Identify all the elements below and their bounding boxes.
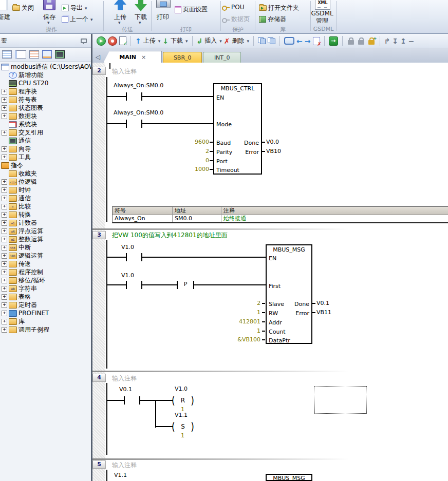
expand-toggle-icon[interactable]: + <box>2 130 7 136</box>
expand-toggle-icon[interactable]: + <box>2 319 7 324</box>
pou-button[interactable]: POU <box>222 4 244 11</box>
pou-cascade-icon[interactable] <box>258 37 266 44</box>
new-button[interactable]: 新建 <box>0 13 13 22</box>
output-operand[interactable]: VB10 <box>266 148 281 155</box>
tree-item[interactable]: + 数据块 <box>0 112 91 120</box>
lock-icon[interactable] <box>348 40 354 45</box>
pin-icon[interactable] <box>81 39 87 43</box>
tree-item[interactable]: + 位逻辑 <box>0 178 91 186</box>
gsdml-manage-button[interactable]: GSDML <box>310 10 334 17</box>
tree-item[interactable]: 收藏夹 <box>0 169 91 178</box>
expand-toggle-icon[interactable]: + <box>2 286 7 292</box>
tree-item[interactable]: + 移位/循环 <box>0 276 91 284</box>
run-button[interactable]: ▶ <box>97 36 106 46</box>
next-bookmark-icon[interactable]: → <box>305 37 311 45</box>
tree-item[interactable]: + 符号表 <box>0 95 91 104</box>
tree-item[interactable]: modbus通信 (C:\Users\AOWID\ <box>0 63 91 71</box>
output-operand[interactable]: VB11 <box>316 309 331 316</box>
stop-button[interactable] <box>108 36 117 46</box>
network-2-number[interactable]: 2 <box>92 67 106 75</box>
document-view-icon[interactable] <box>15 50 26 59</box>
tree-item[interactable]: + 表格 <box>0 293 91 301</box>
tab-int0[interactable]: INT_0 <box>203 52 241 63</box>
tree-item[interactable]: + 转换 <box>0 210 91 219</box>
expand-toggle-icon[interactable]: + <box>2 261 7 267</box>
param-value[interactable]: 1000 <box>175 166 209 173</box>
data-page-button[interactable]: 数据页 <box>222 15 250 24</box>
expand-toggle-icon[interactable]: + <box>2 97 7 103</box>
download-dropdown[interactable]: ▾ <box>138 20 141 25</box>
save-dropdown[interactable]: ▾ <box>47 20 50 25</box>
network-4-number[interactable]: 4 <box>92 374 106 382</box>
status-chart-view-icon[interactable] <box>29 50 39 59</box>
param-value[interactable]: 9600 <box>175 139 209 146</box>
contact-bar[interactable] <box>126 253 127 261</box>
download-arrow-icon[interactable]: ↓ <box>162 37 169 45</box>
param-value[interactable]: 1 <box>206 309 260 316</box>
tree-item[interactable]: + 时钟 <box>0 186 91 194</box>
mbus-msg-block-partial[interactable]: MBUS_MSG <box>266 474 312 481</box>
tree-item[interactable]: 指令 <box>0 161 91 169</box>
expand-toggle-icon[interactable]: + <box>2 237 7 242</box>
tree-item[interactable]: + 中断 <box>0 243 91 252</box>
contact-bar[interactable] <box>126 281 127 289</box>
insert-icon[interactable]: ↲ <box>197 37 203 45</box>
unlock-icon[interactable] <box>358 40 364 45</box>
expand-toggle-icon[interactable]: + <box>2 327 7 333</box>
tree-item[interactable]: + PROFINET <box>0 309 91 317</box>
expand-toggle-icon[interactable]: + <box>2 220 7 226</box>
tree-item[interactable]: CPU ST20 <box>0 79 91 87</box>
tree-item[interactable]: + 状态图表 <box>0 104 91 112</box>
previous-bookmark-icon[interactable]: ← <box>296 37 303 45</box>
toolbar-delete-label[interactable]: 删除 <box>232 36 245 45</box>
tree-item[interactable]: + 程序控制 <box>0 268 91 276</box>
upload-arrow-icon[interactable]: ↑ <box>135 37 141 45</box>
horizontal-line-icon[interactable]: − <box>408 37 415 45</box>
expand-toggle-icon[interactable]: + <box>2 187 7 193</box>
close-button[interactable]: 关闭 <box>12 4 34 12</box>
network-3-number[interactable]: 3 <box>92 231 106 239</box>
tree-item[interactable]: + 程序块 <box>0 87 91 95</box>
save-icon[interactable] <box>43 0 55 10</box>
contact-bar[interactable] <box>126 120 127 128</box>
chevron-down-icon[interactable]: ▾ <box>185 39 188 44</box>
mbus-ctrl-block[interactable]: MBUS_CTRL EN Mode Baud Parity Port Timeo… <box>213 83 262 175</box>
chevron-down-icon[interactable]: ▾ <box>219 39 222 44</box>
tree-item[interactable]: + 整数运算 <box>0 235 91 243</box>
lock-add-icon[interactable]: + <box>368 40 375 45</box>
symbol-table-row[interactable]: Always_On SM0.0 始终接通 <box>113 215 448 222</box>
upload-big-icon[interactable] <box>114 0 126 11</box>
tab-scroll-left[interactable]: ◁ <box>96 53 100 61</box>
clear-bookmarks-icon[interactable]: ✗ <box>313 37 320 45</box>
mbus-msg-block[interactable]: MBUS_MSG EN First Slave RW Addr Count Da… <box>266 244 312 344</box>
expand-toggle-icon[interactable]: + <box>2 294 7 300</box>
toolbar-insert-label[interactable]: 插入 <box>204 36 217 45</box>
tree-item[interactable]: + 工具 <box>0 153 91 161</box>
expand-toggle-icon[interactable]: + <box>2 89 7 94</box>
network-2-comment[interactable]: 输入注释 <box>112 67 137 76</box>
export-button[interactable]: 导出 ▾ <box>62 4 87 12</box>
tree-item[interactable]: + 浮点运算 <box>0 227 91 235</box>
network-5-number[interactable]: 5 <box>92 460 106 469</box>
expand-toggle-icon[interactable]: + <box>2 245 7 251</box>
expand-toggle-icon[interactable]: + <box>2 179 7 185</box>
tab-sbr0[interactable]: SBR_0 <box>163 52 202 63</box>
tree-item[interactable]: + 调用子例程 <box>0 325 91 334</box>
expand-toggle-icon[interactable]: + <box>2 204 7 209</box>
tree-item[interactable]: 通信 <box>0 137 91 145</box>
output-operand[interactable]: V0.0 <box>266 139 279 146</box>
param-value[interactable]: 1 <box>206 328 260 335</box>
goto-button[interactable]: → <box>329 36 338 46</box>
tree-item[interactable]: 系统块 <box>0 120 91 128</box>
expand-toggle-icon[interactable]: + <box>2 113 7 119</box>
monitor-view-icon[interactable] <box>55 50 65 59</box>
selection-rectangle[interactable] <box>314 386 367 414</box>
tree-item[interactable]: + 字符串 <box>0 284 91 293</box>
print-button[interactable]: 打印 <box>155 13 171 22</box>
gsdml-manage-button-line2[interactable]: 管理 <box>310 16 334 25</box>
tree-item[interactable]: + 计数器 <box>0 219 91 227</box>
contact-bar[interactable] <box>126 92 127 101</box>
param-value[interactable]: 2 <box>206 300 260 307</box>
previous-button[interactable]: 上一个 ▾ <box>62 15 93 24</box>
tree-item[interactable]: + 定时器 <box>0 301 91 309</box>
